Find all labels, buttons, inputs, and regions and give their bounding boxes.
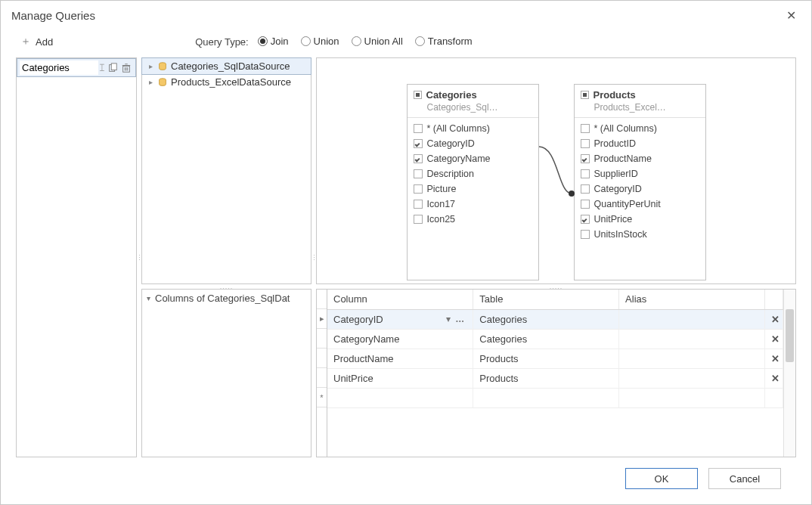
query-type-radio-union-all[interactable]: Union All [352, 36, 403, 47]
query-type-radio-join[interactable]: Join [258, 36, 289, 47]
dialog-footer: OK Cancel [16, 457, 796, 489]
query-type-radio-transform[interactable]: Transform [415, 36, 473, 47]
ok-button[interactable]: OK [625, 468, 698, 489]
toolbar-row: ＋ Add Query Type: JoinUnionUnion AllTran… [16, 32, 796, 51]
grid-cell-table[interactable]: Products [473, 368, 619, 388]
delete-row-icon[interactable]: ✕ [771, 333, 779, 345]
column-label: Picture [427, 184, 457, 194]
table-select-icon[interactable] [414, 91, 422, 99]
column-label: * (All Columns) [427, 123, 490, 134]
column-label: UnitsInStock [594, 229, 647, 240]
grid-cell-alias[interactable] [619, 309, 765, 329]
grid-header-table[interactable]: Table [473, 290, 619, 309]
query-list-item[interactable]: 𝙸 [17, 58, 136, 77]
table-card-products[interactable]: ProductsProducts_Excel…* (All Columns)Pr… [574, 84, 706, 280]
table-column-item[interactable]: CategoryName [411, 151, 535, 166]
radio-label: Union [314, 36, 339, 47]
tree-expander-icon[interactable]: ▸ [147, 78, 154, 86]
checkbox-icon[interactable] [581, 124, 590, 133]
grid-row[interactable]: UnitPriceProducts✕ [327, 368, 783, 388]
grid-row[interactable]: ProductNameProducts✕ [327, 349, 783, 368]
grid-new-row[interactable] [327, 388, 783, 407]
database-icon [157, 61, 168, 72]
table-column-item[interactable]: ProductName [578, 151, 702, 166]
grid-cell-table[interactable]: Products [473, 349, 619, 368]
grid-row[interactable]: CategoryNameCategories✕ [327, 329, 783, 349]
main-grid: 𝙸 ⋮ ▸Categories_SqlDataSource▸Products_E… [16, 57, 796, 457]
checkbox-icon[interactable] [581, 154, 590, 163]
table-column-item[interactable]: * (All Columns) [578, 121, 702, 136]
table-column-item[interactable]: Icon25 [411, 212, 535, 227]
copy-query-icon[interactable] [106, 61, 119, 75]
delete-row-icon[interactable]: ✕ [771, 353, 779, 364]
grid-cell-column[interactable]: UnitPrice [333, 373, 373, 384]
checkbox-icon[interactable] [581, 215, 590, 224]
grid-cell-column[interactable]: ProductName [333, 353, 393, 364]
table-column-item[interactable]: UnitPrice [578, 212, 702, 227]
table-column-item[interactable]: QuantityPerUnit [578, 197, 702, 212]
table-column-item[interactable]: Picture [411, 181, 535, 197]
tree-node[interactable]: ▸Products_ExcelDataSource [142, 74, 311, 90]
delete-query-icon[interactable] [119, 61, 133, 75]
checkbox-icon[interactable] [414, 200, 423, 209]
delete-row-icon[interactable]: ✕ [771, 373, 779, 384]
column-label: CategoryID [427, 138, 475, 149]
titlebar: Manage Queries ✕ [1, 1, 811, 32]
delete-row-icon[interactable]: ✕ [771, 314, 779, 325]
checkbox-icon[interactable] [581, 169, 590, 178]
columns-grid[interactable]: Column Table Alias CategoryID▾…Categorie… [327, 289, 796, 457]
column-label: UnitPrice [594, 214, 633, 225]
table-column-item[interactable]: * (All Columns) [411, 121, 535, 136]
checkbox-icon[interactable] [581, 200, 590, 209]
table-column-item[interactable]: Description [411, 166, 535, 181]
table-card-subtitle: Products_Excel… [594, 102, 699, 113]
cancel-button[interactable]: Cancel [708, 468, 781, 489]
grid-cell-column[interactable]: CategoryName [333, 333, 399, 345]
table-column-item[interactable]: CategoryID [411, 136, 535, 151]
grid-cell-column[interactable]: CategoryID [333, 314, 444, 325]
checkbox-icon[interactable] [414, 215, 423, 224]
grid-cell-alias[interactable] [619, 329, 765, 349]
table-select-icon[interactable] [581, 91, 589, 99]
columns-of-header[interactable]: ▾ Columns of Categories_SqlDat [142, 290, 311, 307]
table-column-item[interactable]: SupplierID [578, 166, 702, 181]
checkbox-icon[interactable] [414, 139, 423, 148]
column-label: CategoryName [427, 153, 491, 164]
add-query-button[interactable]: ＋ Add [16, 32, 57, 51]
grid-header-alias[interactable]: Alias [619, 290, 765, 309]
grid-cell-table[interactable]: Categories [473, 309, 619, 329]
tree-node-label: Products_ExcelDataSource [171, 76, 291, 88]
checkbox-icon[interactable] [414, 124, 423, 133]
current-row-indicator: ▸ [317, 309, 327, 329]
grid-cell-alias[interactable] [619, 368, 765, 388]
table-column-item[interactable]: Icon17 [411, 197, 535, 212]
ellipsis-icon[interactable]: … [453, 314, 466, 324]
tree-node[interactable]: ▸Categories_SqlDataSource [141, 57, 311, 75]
table-column-item[interactable]: CategoryID [578, 181, 702, 197]
checkbox-icon[interactable] [581, 139, 590, 148]
grid-row[interactable]: CategoryID▾…Categories✕ [327, 309, 783, 329]
close-button[interactable]: ✕ [782, 7, 801, 24]
checkbox-icon[interactable] [414, 154, 423, 163]
table-card-subtitle: Categories_Sql… [427, 102, 532, 113]
query-name-input[interactable] [20, 60, 98, 75]
query-type-radio-union[interactable]: Union [301, 36, 339, 47]
checkbox-icon[interactable] [414, 169, 423, 178]
diagram-panel[interactable]: CategoriesCategories_Sql…* (All Columns)… [316, 57, 796, 284]
checkbox-icon[interactable] [414, 184, 423, 194]
checkbox-icon[interactable] [581, 230, 590, 239]
query-list-panel: 𝙸 [16, 57, 137, 457]
table-card-categories[interactable]: CategoriesCategories_Sql…* (All Columns)… [407, 84, 539, 280]
table-card-title: Products [594, 89, 636, 101]
grid-cell-table[interactable]: Categories [473, 329, 619, 349]
grid-scrollbar[interactable] [783, 290, 795, 457]
checkbox-icon[interactable] [581, 184, 590, 194]
table-column-item[interactable]: UnitsInStock [578, 227, 702, 242]
tree-expander-icon[interactable]: ▸ [147, 62, 154, 70]
columns-of-panel: ▾ Columns of Categories_SqlDat [141, 289, 311, 457]
table-column-item[interactable]: ProductID [578, 136, 702, 151]
grid-header-column[interactable]: Column [327, 290, 473, 309]
grid-cell-alias[interactable] [619, 349, 765, 368]
column-label: ProductName [594, 153, 652, 164]
dropdown-icon[interactable]: ▾ [444, 314, 453, 324]
